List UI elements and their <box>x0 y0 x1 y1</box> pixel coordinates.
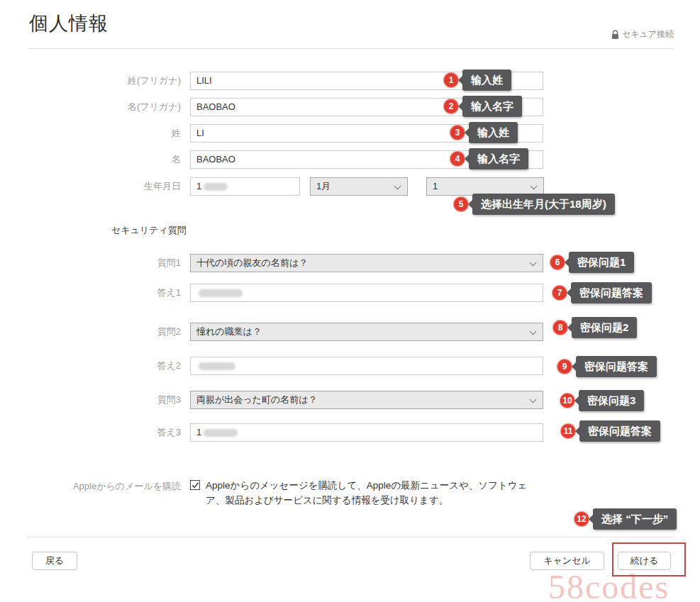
question1-value: 十代の頃の親友の名前は？ <box>196 257 308 268</box>
last-name-kana-value: LILI <box>196 75 212 86</box>
page-title: 個人情報 <box>29 11 109 36</box>
annotation-badge-5: 5 <box>453 196 469 212</box>
personal-info-page: 個人情報 セキュア接続 姓(フリガナ) LILI 名(フリガナ) BAOBAO … <box>0 0 700 602</box>
annotation-badge-12: 12 <box>574 511 589 527</box>
checkmark-icon <box>191 481 199 489</box>
chevron-down-icon <box>530 328 537 335</box>
secure-connection-label: セキュア接続 <box>622 28 674 40</box>
last-name-label: 姓 <box>0 128 181 139</box>
last-name-kana-label: 姓(フリガナ) <box>0 75 181 87</box>
redacted-year-blur <box>204 183 228 191</box>
security-section-label: セキュリティ質問 <box>111 224 187 237</box>
answer1-label: 答え1 <box>0 287 181 299</box>
question2-label: 質問2 <box>0 326 181 338</box>
annotation-tooltip-1: 输入姓 <box>462 69 511 91</box>
question3-select[interactable]: 両親が出会った町の名前は？ <box>190 391 543 409</box>
annotation-tooltip-8: 密保问题2 <box>572 317 637 338</box>
continue-annotation-box <box>612 542 686 576</box>
chevron-down-icon <box>530 260 537 267</box>
question1-select[interactable]: 十代の頃の親友の名前は？ <box>190 254 543 272</box>
annotation-badge-2: 2 <box>443 99 459 114</box>
annotation-tooltip-7: 密保问题答案 <box>571 282 652 303</box>
annotation-badge-8: 8 <box>552 320 568 335</box>
annotation-tooltip-4: 输入名字 <box>469 148 528 169</box>
annotation-badge-7: 7 <box>552 285 567 301</box>
question3-label: 質問3 <box>0 394 181 406</box>
answer2-input[interactable] <box>190 357 543 375</box>
first-name-kana-value: BAOBAO <box>196 101 235 112</box>
annotation-tooltip-12: 选择 “下一步” <box>593 508 677 530</box>
chevron-down-icon <box>530 183 538 190</box>
last-name-value: LI <box>196 128 204 138</box>
lock-icon <box>611 30 619 40</box>
first-name-kana-label: 名(フリガナ) <box>0 101 181 113</box>
annotation-badge-3: 3 <box>450 125 465 140</box>
annotation-badge-6: 6 <box>550 255 565 270</box>
annotation-badge-11: 11 <box>560 423 576 439</box>
subscribe-label: Appleからのメールを購読 <box>0 481 181 492</box>
answer1-input[interactable] <box>190 284 543 302</box>
first-name-value: BAOBAO <box>196 154 235 165</box>
chevron-down-icon <box>530 396 537 403</box>
answer3-label: 答え3 <box>0 427 181 438</box>
annotation-badge-4: 4 <box>450 151 465 167</box>
first-name-label: 名 <box>0 154 181 165</box>
redacted-answer3-blur <box>204 429 238 437</box>
birth-month-value: 1月 <box>316 181 330 191</box>
annotation-tooltip-3: 输入姓 <box>469 122 518 143</box>
question2-select[interactable]: 憧れの職業は？ <box>190 323 543 341</box>
annotation-tooltip-6: 密保问题1 <box>569 252 634 273</box>
question3-value: 両親が出会った町の名前は？ <box>196 394 318 405</box>
birthdate-label: 生年月日 <box>0 181 181 192</box>
annotation-tooltip-9: 密保问题答案 <box>576 356 657 377</box>
birth-year-input[interactable]: 1 <box>190 177 300 196</box>
annotation-tooltip-5: 选择出生年月(大于18周岁) <box>472 194 615 215</box>
answer3-value: 1 <box>196 427 201 437</box>
redacted-answer1-blur <box>199 289 243 297</box>
chevron-down-icon <box>394 183 401 190</box>
birth-month-select[interactable]: 1月 <box>310 177 408 196</box>
question1-label: 質問1 <box>0 257 181 269</box>
secure-connection-indicator: セキュア接続 <box>611 28 674 40</box>
back-button[interactable]: 戻る <box>32 552 77 570</box>
annotation-tooltip-10: 密保问题3 <box>579 390 644 411</box>
annotation-badge-10: 10 <box>560 393 575 408</box>
annotation-badge-1: 1 <box>443 72 459 88</box>
answer3-input[interactable]: 1 <box>190 423 543 442</box>
subscribe-checkbox[interactable] <box>190 480 200 490</box>
footer-divider <box>27 537 674 537</box>
question2-value: 憧れの職業は？ <box>196 326 262 337</box>
annotation-badge-9: 9 <box>557 359 572 374</box>
birth-day-value: 1 <box>433 181 438 191</box>
redacted-answer2-blur <box>199 362 235 370</box>
annotation-tooltip-2: 输入名字 <box>462 96 522 117</box>
birth-year-visible: 1 <box>196 181 201 191</box>
answer2-label: 答え2 <box>0 360 181 372</box>
annotation-tooltip-11: 密保问题答案 <box>579 420 660 442</box>
header-divider <box>28 48 674 49</box>
subscribe-description: Appleからのメッセージを購読して、Appleの最新ニュースや、ソフトウェア、… <box>206 478 546 508</box>
